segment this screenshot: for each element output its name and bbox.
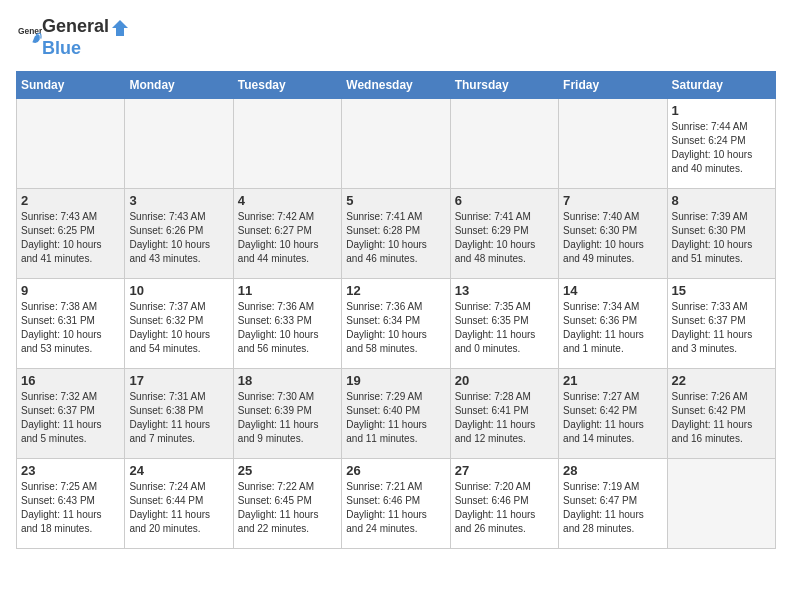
day-info: Sunrise: 7:25 AM Sunset: 6:43 PM Dayligh… xyxy=(21,480,120,536)
day-number: 17 xyxy=(129,373,228,388)
calendar-day-cell: 12Sunrise: 7:36 AM Sunset: 6:34 PM Dayli… xyxy=(342,278,450,368)
day-info: Sunrise: 7:40 AM Sunset: 6:30 PM Dayligh… xyxy=(563,210,662,266)
calendar-day-cell: 25Sunrise: 7:22 AM Sunset: 6:45 PM Dayli… xyxy=(233,458,341,548)
calendar-day-cell: 13Sunrise: 7:35 AM Sunset: 6:35 PM Dayli… xyxy=(450,278,558,368)
calendar-day-cell: 21Sunrise: 7:27 AM Sunset: 6:42 PM Dayli… xyxy=(559,368,667,458)
day-number: 6 xyxy=(455,193,554,208)
logo-blue: Blue xyxy=(42,38,81,58)
day-info: Sunrise: 7:36 AM Sunset: 6:34 PM Dayligh… xyxy=(346,300,445,356)
weekday-header-cell: Friday xyxy=(559,71,667,98)
day-number: 2 xyxy=(21,193,120,208)
weekday-header-cell: Thursday xyxy=(450,71,558,98)
day-info: Sunrise: 7:22 AM Sunset: 6:45 PM Dayligh… xyxy=(238,480,337,536)
day-info: Sunrise: 7:43 AM Sunset: 6:25 PM Dayligh… xyxy=(21,210,120,266)
calendar-day-cell xyxy=(125,98,233,188)
calendar-day-cell: 26Sunrise: 7:21 AM Sunset: 6:46 PM Dayli… xyxy=(342,458,450,548)
weekday-header-cell: Wednesday xyxy=(342,71,450,98)
day-number: 8 xyxy=(672,193,771,208)
day-number: 4 xyxy=(238,193,337,208)
day-number: 21 xyxy=(563,373,662,388)
day-number: 9 xyxy=(21,283,120,298)
day-info: Sunrise: 7:27 AM Sunset: 6:42 PM Dayligh… xyxy=(563,390,662,446)
day-number: 14 xyxy=(563,283,662,298)
calendar-day-cell: 5Sunrise: 7:41 AM Sunset: 6:28 PM Daylig… xyxy=(342,188,450,278)
day-info: Sunrise: 7:38 AM Sunset: 6:31 PM Dayligh… xyxy=(21,300,120,356)
calendar-day-cell: 16Sunrise: 7:32 AM Sunset: 6:37 PM Dayli… xyxy=(17,368,125,458)
calendar-table: SundayMondayTuesdayWednesdayThursdayFrid… xyxy=(16,71,776,549)
calendar-day-cell xyxy=(342,98,450,188)
calendar-day-cell xyxy=(17,98,125,188)
calendar-day-cell xyxy=(559,98,667,188)
day-number: 1 xyxy=(672,103,771,118)
day-info: Sunrise: 7:19 AM Sunset: 6:47 PM Dayligh… xyxy=(563,480,662,536)
day-info: Sunrise: 7:42 AM Sunset: 6:27 PM Dayligh… xyxy=(238,210,337,266)
calendar-day-cell: 2Sunrise: 7:43 AM Sunset: 6:25 PM Daylig… xyxy=(17,188,125,278)
logo-text-wrapper: General Blue xyxy=(42,16,131,59)
day-info: Sunrise: 7:29 AM Sunset: 6:40 PM Dayligh… xyxy=(346,390,445,446)
calendar-day-cell: 10Sunrise: 7:37 AM Sunset: 6:32 PM Dayli… xyxy=(125,278,233,368)
day-info: Sunrise: 7:32 AM Sunset: 6:37 PM Dayligh… xyxy=(21,390,120,446)
calendar-week-row: 23Sunrise: 7:25 AM Sunset: 6:43 PM Dayli… xyxy=(17,458,776,548)
day-info: Sunrise: 7:36 AM Sunset: 6:33 PM Dayligh… xyxy=(238,300,337,356)
calendar-week-row: 2Sunrise: 7:43 AM Sunset: 6:25 PM Daylig… xyxy=(17,188,776,278)
day-number: 20 xyxy=(455,373,554,388)
day-info: Sunrise: 7:20 AM Sunset: 6:46 PM Dayligh… xyxy=(455,480,554,536)
day-info: Sunrise: 7:34 AM Sunset: 6:36 PM Dayligh… xyxy=(563,300,662,356)
day-info: Sunrise: 7:28 AM Sunset: 6:41 PM Dayligh… xyxy=(455,390,554,446)
day-info: Sunrise: 7:26 AM Sunset: 6:42 PM Dayligh… xyxy=(672,390,771,446)
calendar-week-row: 16Sunrise: 7:32 AM Sunset: 6:37 PM Dayli… xyxy=(17,368,776,458)
day-info: Sunrise: 7:31 AM Sunset: 6:38 PM Dayligh… xyxy=(129,390,228,446)
day-info: Sunrise: 7:41 AM Sunset: 6:29 PM Dayligh… xyxy=(455,210,554,266)
calendar-day-cell: 22Sunrise: 7:26 AM Sunset: 6:42 PM Dayli… xyxy=(667,368,775,458)
logo-image: General xyxy=(16,23,42,51)
calendar-day-cell: 23Sunrise: 7:25 AM Sunset: 6:43 PM Dayli… xyxy=(17,458,125,548)
calendar-body: 1Sunrise: 7:44 AM Sunset: 6:24 PM Daylig… xyxy=(17,98,776,548)
day-number: 12 xyxy=(346,283,445,298)
day-number: 11 xyxy=(238,283,337,298)
calendar-day-cell: 20Sunrise: 7:28 AM Sunset: 6:41 PM Dayli… xyxy=(450,368,558,458)
calendar-day-cell: 18Sunrise: 7:30 AM Sunset: 6:39 PM Dayli… xyxy=(233,368,341,458)
calendar-day-cell xyxy=(450,98,558,188)
calendar-day-cell: 28Sunrise: 7:19 AM Sunset: 6:47 PM Dayli… xyxy=(559,458,667,548)
day-info: Sunrise: 7:41 AM Sunset: 6:28 PM Dayligh… xyxy=(346,210,445,266)
day-info: Sunrise: 7:35 AM Sunset: 6:35 PM Dayligh… xyxy=(455,300,554,356)
calendar-day-cell: 15Sunrise: 7:33 AM Sunset: 6:37 PM Dayli… xyxy=(667,278,775,368)
calendar-week-row: 9Sunrise: 7:38 AM Sunset: 6:31 PM Daylig… xyxy=(17,278,776,368)
day-number: 23 xyxy=(21,463,120,478)
day-number: 22 xyxy=(672,373,771,388)
day-number: 18 xyxy=(238,373,337,388)
day-number: 27 xyxy=(455,463,554,478)
calendar-header-row: SundayMondayTuesdayWednesdayThursdayFrid… xyxy=(17,71,776,98)
calendar-day-cell: 11Sunrise: 7:36 AM Sunset: 6:33 PM Dayli… xyxy=(233,278,341,368)
day-number: 5 xyxy=(346,193,445,208)
day-info: Sunrise: 7:44 AM Sunset: 6:24 PM Dayligh… xyxy=(672,120,771,176)
day-number: 10 xyxy=(129,283,228,298)
day-info: Sunrise: 7:21 AM Sunset: 6:46 PM Dayligh… xyxy=(346,480,445,536)
calendar-day-cell: 24Sunrise: 7:24 AM Sunset: 6:44 PM Dayli… xyxy=(125,458,233,548)
calendar-day-cell: 9Sunrise: 7:38 AM Sunset: 6:31 PM Daylig… xyxy=(17,278,125,368)
day-number: 28 xyxy=(563,463,662,478)
calendar-day-cell: 27Sunrise: 7:20 AM Sunset: 6:46 PM Dayli… xyxy=(450,458,558,548)
calendar-week-row: 1Sunrise: 7:44 AM Sunset: 6:24 PM Daylig… xyxy=(17,98,776,188)
calendar-day-cell: 17Sunrise: 7:31 AM Sunset: 6:38 PM Dayli… xyxy=(125,368,233,458)
day-info: Sunrise: 7:24 AM Sunset: 6:44 PM Dayligh… xyxy=(129,480,228,536)
weekday-header-cell: Sunday xyxy=(17,71,125,98)
header: General General Blue xyxy=(16,16,776,59)
day-number: 13 xyxy=(455,283,554,298)
day-info: Sunrise: 7:33 AM Sunset: 6:37 PM Dayligh… xyxy=(672,300,771,356)
day-number: 24 xyxy=(129,463,228,478)
day-info: Sunrise: 7:43 AM Sunset: 6:26 PM Dayligh… xyxy=(129,210,228,266)
logo-general: General xyxy=(42,16,109,36)
day-info: Sunrise: 7:37 AM Sunset: 6:32 PM Dayligh… xyxy=(129,300,228,356)
weekday-header-cell: Tuesday xyxy=(233,71,341,98)
weekday-header-cell: Monday xyxy=(125,71,233,98)
day-info: Sunrise: 7:39 AM Sunset: 6:30 PM Dayligh… xyxy=(672,210,771,266)
calendar-day-cell: 4Sunrise: 7:42 AM Sunset: 6:27 PM Daylig… xyxy=(233,188,341,278)
weekday-header-cell: Saturday xyxy=(667,71,775,98)
day-number: 7 xyxy=(563,193,662,208)
calendar-day-cell: 19Sunrise: 7:29 AM Sunset: 6:40 PM Dayli… xyxy=(342,368,450,458)
svg-text:General: General xyxy=(18,26,42,36)
logo: General General Blue xyxy=(16,16,131,59)
day-number: 26 xyxy=(346,463,445,478)
calendar-day-cell: 7Sunrise: 7:40 AM Sunset: 6:30 PM Daylig… xyxy=(559,188,667,278)
